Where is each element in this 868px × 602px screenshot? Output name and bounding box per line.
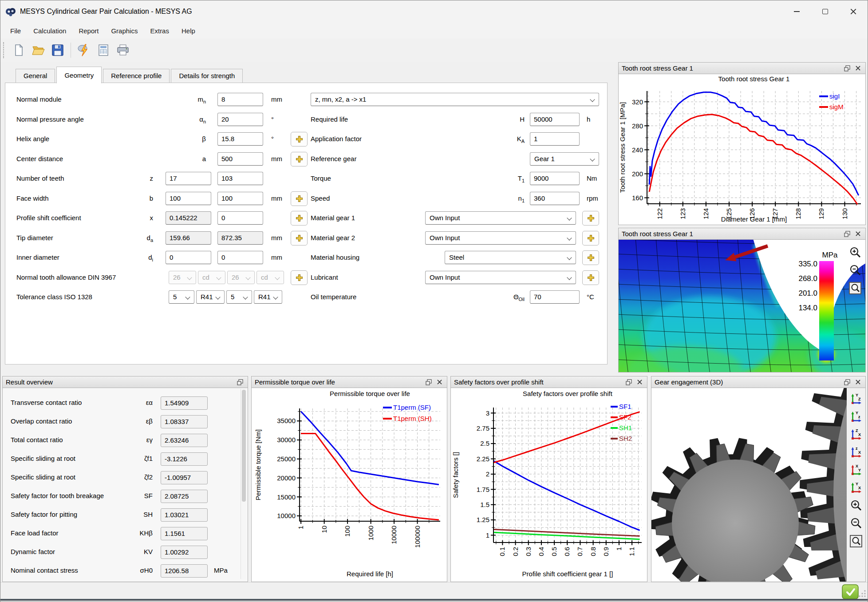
close-panel-button[interactable] (853, 64, 862, 72)
new-document-button[interactable] (9, 40, 28, 60)
toolbar-separator (71, 43, 71, 58)
add-button-lubricant[interactable] (582, 270, 599, 285)
form-row: Reference gearGear 1 (5, 152, 607, 166)
series-sigM (649, 115, 857, 205)
svg-text:z: z (856, 446, 858, 451)
menu-item-file[interactable]: File (4, 24, 27, 37)
color-scale-value: 335.0 (798, 260, 817, 268)
zoom-fit-button[interactable] (848, 534, 864, 549)
menu-item-help[interactable]: Help (175, 24, 201, 37)
plus-icon (587, 274, 595, 281)
sizing-button-speed[interactable] (291, 191, 308, 206)
zoom-out-button[interactable] (848, 263, 863, 278)
add-button-material-housing[interactable] (582, 250, 599, 265)
add-button-material-gear-1[interactable] (582, 211, 599, 226)
view-xy-button[interactable]: XY (848, 463, 864, 478)
menu-item-report[interactable]: Report (72, 24, 105, 37)
view-yx-button[interactable]: YX (848, 480, 864, 495)
add-button-material-gear-2[interactable] (582, 231, 599, 246)
input-required-life[interactable]: 50000 (530, 113, 580, 126)
view-xz-button[interactable]: zX (848, 445, 864, 460)
minimize-button[interactable] (782, 0, 811, 23)
sizing-button-application-factor[interactable] (291, 132, 308, 147)
open-file-button[interactable] (28, 40, 48, 60)
view-yx-icon: YX (849, 481, 863, 495)
close-panel-button[interactable] (853, 378, 862, 386)
svg-text:Safety factors []: Safety factors [] (452, 452, 459, 498)
chevron-down-icon (590, 156, 595, 161)
chevron-down-icon (567, 215, 572, 220)
input-oil-temperature[interactable]: 70 (530, 290, 580, 304)
form-row: Oil temperatureΘOil70°C (5, 290, 607, 305)
menu-item-calculation[interactable]: Calculation (27, 24, 72, 37)
combo-material-gear-1[interactable]: Own Input (425, 211, 576, 225)
combo-material-housing[interactable]: Steel (445, 251, 576, 264)
float-panel-button[interactable] (843, 378, 852, 386)
result-row: Total contact ratioεγ2.63246 (3, 434, 248, 448)
calculation-ok-button[interactable] (842, 584, 859, 599)
close-panel-button[interactable] (635, 378, 644, 386)
report-button[interactable] (94, 40, 113, 60)
chevron-down-icon (567, 255, 572, 260)
view-xz-icon: zX (849, 446, 863, 459)
float-panel-button[interactable] (843, 230, 852, 238)
svg-text:Permissible torque [Nm]: Permissible torque [Nm] (254, 429, 262, 500)
result-overview-panel: Result overview Transverse contact ratio… (2, 376, 248, 582)
view-zx-button[interactable]: ZX (848, 427, 864, 442)
form-row: Material gear 1Own Input (5, 211, 607, 226)
tab-geometry[interactable]: Geometry (56, 67, 102, 83)
zoom-in-button[interactable] (848, 498, 864, 513)
sizing-button-material-gear-2[interactable] (291, 231, 308, 246)
combo-reference-gear[interactable]: Gear 1 (530, 152, 599, 166)
gear-3d-view[interactable]: YZYzZXzXXYYX (651, 388, 866, 582)
view-zy-button[interactable]: Yz (848, 409, 864, 424)
scrollbar[interactable] (241, 389, 247, 579)
float-panel-button[interactable] (424, 378, 433, 386)
combo-sizing-mode[interactable]: z, mn, x2, a -> x1 (311, 93, 599, 106)
menu-item-graphics[interactable]: Graphics (105, 24, 144, 37)
close-button[interactable] (839, 0, 868, 23)
zoom-in-button[interactable] (848, 245, 863, 260)
close-icon (850, 8, 856, 15)
combo-value: Own Input (430, 234, 460, 242)
tab-details-for-strength[interactable]: Details for strength (171, 69, 243, 83)
print-button[interactable] (113, 40, 133, 60)
tab-reference-profile[interactable]: Reference profile (103, 69, 170, 83)
close-panel-button[interactable] (853, 230, 862, 238)
input-torque[interactable]: 9000 (530, 172, 580, 185)
view-yz-button[interactable]: YZ (848, 392, 864, 407)
zoom-fit-button[interactable] (848, 281, 863, 296)
chevron-down-icon (590, 97, 595, 102)
svg-text:sigI: sigI (829, 92, 840, 100)
zoom-out-button[interactable] (848, 516, 864, 531)
close-panel-button[interactable] (435, 378, 444, 386)
tab-general[interactable]: General (16, 69, 55, 83)
resize-grip[interactable] (859, 590, 867, 600)
input-application-factor[interactable]: 1 (530, 132, 580, 146)
plus-icon (587, 254, 595, 261)
calculate-button[interactable] (74, 40, 94, 60)
float-panel-button[interactable] (236, 378, 245, 386)
menu-item-extras[interactable]: Extras (144, 24, 175, 37)
float-panel-button[interactable] (843, 64, 852, 72)
sizing-button-reference-gear[interactable] (291, 152, 308, 166)
scrollbar-thumb[interactable] (242, 390, 246, 502)
svg-text:10000: 10000 (390, 526, 398, 544)
svg-text:100: 100 (343, 526, 351, 537)
svg-text:20000: 20000 (277, 474, 296, 482)
toolbar-grip[interactable] (3, 42, 6, 58)
input-speed[interactable]: 360 (530, 192, 580, 205)
combo-lubricant[interactable]: Own Input (425, 271, 576, 284)
svg-text:30000: 30000 (277, 436, 296, 444)
result-label: Overlap contact ratio (11, 417, 72, 425)
maximize-button[interactable] (811, 0, 839, 23)
result-symbol: KHβ (121, 529, 153, 537)
sizing-button-material-gear-1[interactable] (291, 211, 308, 226)
symbol-label: ΘOil (493, 293, 525, 302)
result-label: Safety factor for pitting (11, 511, 77, 518)
combo-material-gear-2[interactable]: Own Input (425, 231, 576, 245)
save-file-button[interactable] (48, 40, 67, 60)
float-panel-button[interactable] (624, 378, 633, 386)
sizing-button-lubricant[interactable] (291, 270, 308, 285)
fem-color-scale (819, 261, 834, 360)
